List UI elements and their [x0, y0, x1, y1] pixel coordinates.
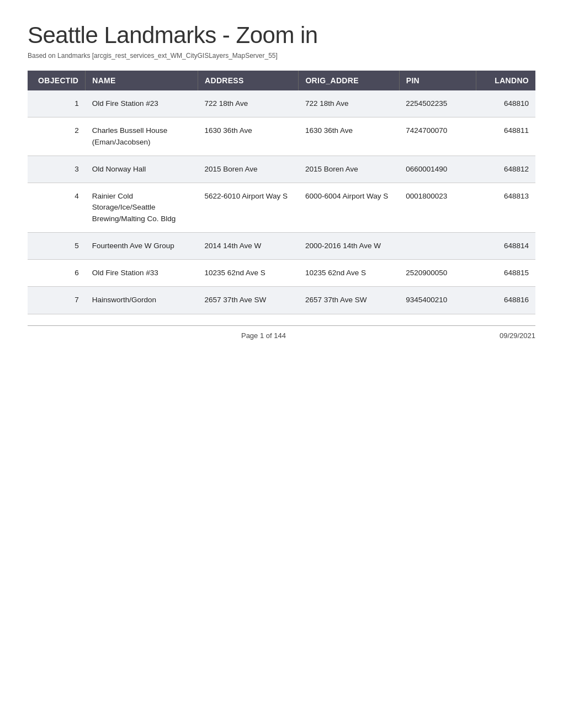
cell-landno: 648816 — [476, 287, 535, 314]
cell-name: Rainier Cold Storage/Ice/Seattle Brewing… — [86, 183, 198, 233]
page-title: Seattle Landmarks - Zoom in — [28, 22, 535, 49]
cell-objectid: 7 — [28, 287, 86, 314]
cell-landno: 648815 — [476, 260, 535, 287]
cell-name: Charles Bussell House(Eman/Jacobsen) — [86, 117, 198, 156]
cell-address: 10235 62nd Ave S — [198, 260, 299, 287]
header-address: ADDRESS — [198, 71, 299, 90]
table-row: 5 Fourteenth Ave W Group 2014 14th Ave W… — [28, 232, 535, 259]
cell-orig-addre: 10235 62nd Ave S — [299, 260, 399, 287]
cell-pin: 2254502235 — [399, 90, 476, 117]
table-row: 7 Hainsworth/Gordon 2657 37th Ave SW 265… — [28, 287, 535, 314]
cell-orig-addre: 2657 37th Ave SW — [299, 287, 399, 314]
landmarks-table: OBJECTID NAME ADDRESS ORIG_ADDRE PIN LAN… — [28, 71, 535, 314]
cell-pin: 2520900050 — [399, 260, 476, 287]
cell-objectid: 5 — [28, 232, 86, 259]
cell-address: 2014 14th Ave W — [198, 232, 299, 259]
header-name: NAME — [86, 71, 198, 90]
cell-orig-addre: 2015 Boren Ave — [299, 156, 399, 183]
table-row: 6 Old Fire Station #33 10235 62nd Ave S … — [28, 260, 535, 287]
page-footer: Page 1 of 144 09/29/2021 — [28, 325, 535, 340]
cell-orig-addre: 1630 36th Ave — [299, 117, 399, 156]
cell-pin: 7424700070 — [399, 117, 476, 156]
cell-orig-addre: 722 18th Ave — [299, 90, 399, 117]
cell-orig-addre: 2000-2016 14th Ave W — [299, 232, 399, 259]
table-row: 4 Rainier Cold Storage/Ice/Seattle Brewi… — [28, 183, 535, 233]
cell-landno: 648812 — [476, 156, 535, 183]
table-row: 2 Charles Bussell House(Eman/Jacobsen) 1… — [28, 117, 535, 156]
cell-address: 722 18th Ave — [198, 90, 299, 117]
header-objectid: OBJECTID — [28, 71, 86, 90]
cell-address: 2657 37th Ave SW — [198, 287, 299, 314]
cell-address: 1630 36th Ave — [198, 117, 299, 156]
cell-name: Old Fire Station #23 — [86, 90, 198, 117]
cell-pin — [399, 232, 476, 259]
cell-orig-addre: 6000-6004 Airport Way S — [299, 183, 399, 233]
cell-landno: 648810 — [476, 90, 535, 117]
cell-objectid: 3 — [28, 156, 86, 183]
cell-name: Hainsworth/Gordon — [86, 287, 198, 314]
cell-landno: 648811 — [476, 117, 535, 156]
cell-objectid: 6 — [28, 260, 86, 287]
header-orig-addre: ORIG_ADDRE — [299, 71, 399, 90]
cell-objectid: 1 — [28, 90, 86, 117]
cell-name: Old Norway Hall — [86, 156, 198, 183]
header-pin: PIN — [399, 71, 476, 90]
cell-pin: 0660001490 — [399, 156, 476, 183]
cell-landno: 648814 — [476, 232, 535, 259]
table-row: 3 Old Norway Hall 2015 Boren Ave 2015 Bo… — [28, 156, 535, 183]
footer-date: 09/29/2021 — [500, 331, 535, 340]
page-subtitle: Based on Landmarks [arcgis_rest_services… — [28, 52, 535, 60]
cell-landno: 648813 — [476, 183, 535, 233]
header-landno: LANDNO — [476, 71, 535, 90]
footer-page-info: Page 1 of 144 — [28, 331, 500, 340]
cell-objectid: 4 — [28, 183, 86, 233]
cell-name: Old Fire Station #33 — [86, 260, 198, 287]
cell-objectid: 2 — [28, 117, 86, 156]
cell-pin: 0001800023 — [399, 183, 476, 233]
cell-pin: 9345400210 — [399, 287, 476, 314]
cell-address: 2015 Boren Ave — [198, 156, 299, 183]
cell-name: Fourteenth Ave W Group — [86, 232, 198, 259]
table-row: 1 Old Fire Station #23 722 18th Ave 722 … — [28, 90, 535, 117]
cell-address: 5622-6010 Airport Way S — [198, 183, 299, 233]
